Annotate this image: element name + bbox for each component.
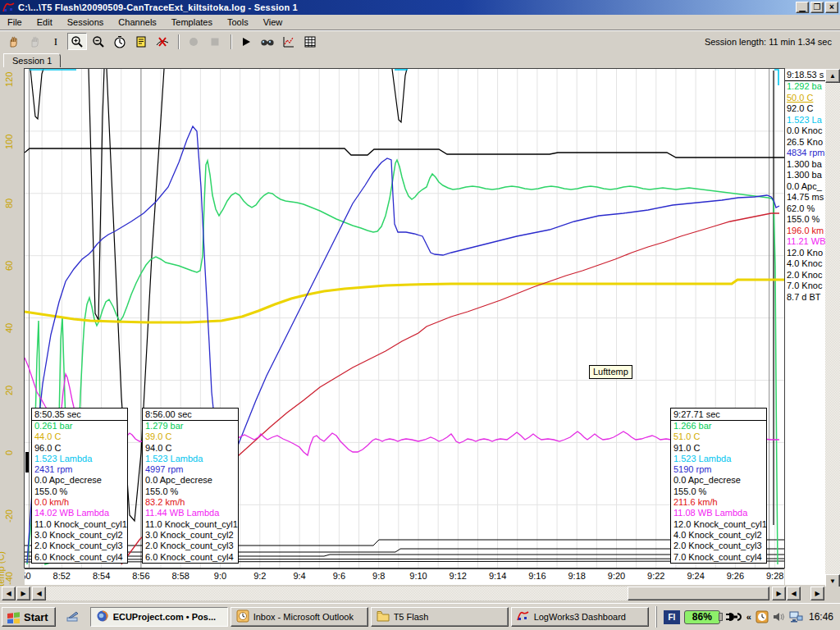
callout-row: 12.0 Knock_count_cyl1: [671, 519, 766, 530]
callout-row: 0.0 Apc_decrese: [143, 475, 238, 486]
start-button[interactable]: Start: [2, 607, 56, 627]
x-tick-8:58: 8:58: [167, 571, 194, 581]
taskbar-button-folder[interactable]: T5 Flash: [371, 607, 509, 627]
pan-left-button[interactable]: ◀: [2, 587, 16, 600]
callout-row: 1.523 Lambda: [671, 454, 766, 464]
horizontal-scrollbar[interactable]: ◀ ▶ ◀ ▶ ◀ ▶: [0, 587, 825, 601]
hscroll-thumb[interactable]: [628, 587, 769, 600]
zoom-in-icon[interactable]: [67, 33, 87, 50]
trace-wb-lambda: [25, 358, 779, 455]
value-row: 155.0 %: [785, 214, 825, 226]
app-icon: [2, 2, 16, 13]
taskbar-button-label: ECUProject.com • Pos...: [113, 612, 217, 622]
value-row: 12.0 Kno: [785, 248, 825, 259]
channel-tooltip: Lufttemp: [589, 365, 632, 379]
pan-hand-icon[interactable]: [3, 33, 23, 50]
taskbar-button-outlook[interactable]: Inbox - Microsoft Outlook: [231, 607, 368, 627]
y-tick-80: 80: [4, 199, 14, 208]
zoom-left-button[interactable]: ◀: [787, 587, 801, 600]
callout-row: 0.0 Apc_decrese: [671, 475, 766, 486]
toolbar-separator: [178, 34, 180, 49]
restore-button[interactable]: ❐: [810, 2, 824, 13]
callout-row: 4997 rpm: [143, 464, 238, 475]
x-tick-9:8: 9:8: [365, 571, 393, 581]
callout-row: 0.0 km/h: [32, 497, 127, 508]
menu-tools[interactable]: Tools: [220, 16, 256, 30]
minimize-button[interactable]: ▁: [796, 2, 809, 13]
taskbar-button-firefox[interactable]: ECUProject.com • Pos...: [90, 607, 228, 627]
menu-view[interactable]: View: [256, 16, 290, 30]
title-bar[interactable]: C:\...\T5 Flash\20090509-CanTraceExt_kil…: [0, 0, 840, 15]
menu-templates[interactable]: Templates: [164, 16, 220, 30]
outlook-icon: [236, 609, 249, 624]
value-row: 4.0 Knoc: [785, 258, 825, 270]
callout-row: 2431 rpm: [32, 464, 127, 475]
value-row: 26.5 Kno: [785, 137, 825, 148]
volume-tray-icon[interactable]: [773, 611, 784, 623]
callout-row: 39.0 C: [143, 431, 238, 442]
quick-launch-icon[interactable]: [62, 607, 84, 627]
keyboard-layout-indicator[interactable]: FI: [664, 610, 680, 624]
callout-row: 11.08 WB Lambda: [671, 508, 766, 518]
menu-channels[interactable]: Channels: [111, 16, 163, 30]
callout-row: 96.0 C: [32, 443, 127, 454]
stop-icon: [205, 33, 225, 50]
cursor-callout-2[interactable]: 8:56.00 sec1.279 bar39.0 C94.0 C1.523 La…: [142, 408, 239, 564]
taskbar-button-logworks[interactable]: LogWorks3 Dashboard: [511, 607, 649, 627]
callout-row: 14.02 WB Lambda: [32, 508, 127, 518]
window-title: C:\...\T5 Flash\20090509-CanTraceExt_kil…: [18, 2, 298, 12]
clock-tray-icon[interactable]: [756, 610, 769, 623]
remove-trace-icon[interactable]: [153, 33, 172, 50]
collapse-tray-icon[interactable]: «: [746, 612, 751, 622]
hscroll-track[interactable]: [46, 587, 769, 600]
notes-icon[interactable]: [131, 33, 151, 50]
main-area: Kyl_temp,Lufttemp (C) 120100806040200-20…: [0, 67, 840, 603]
ibeam-icon[interactable]: I: [46, 33, 66, 50]
find-icon[interactable]: [258, 33, 277, 50]
callout-row: 1.523 Lambda: [143, 454, 238, 464]
pan-right-button[interactable]: ▶: [16, 587, 30, 600]
value-row: 50.0 C: [785, 93, 825, 104]
scroll-up-button[interactable]: ▲: [825, 69, 840, 83]
menu-sessions[interactable]: Sessions: [60, 16, 112, 30]
callout-time: 9:27.71 sec: [671, 409, 766, 421]
play-icon[interactable]: [236, 33, 256, 50]
menu-edit[interactable]: Edit: [30, 16, 60, 30]
power-plug-icon[interactable]: [724, 610, 742, 623]
battery-indicator[interactable]: 86%: [684, 610, 720, 624]
step-right-button[interactable]: ▶: [772, 587, 786, 600]
callout-row: 6.0 Knock_count_cyl4: [32, 552, 127, 563]
y-tick-120: 120: [4, 72, 14, 87]
close-button[interactable]: ×: [825, 2, 838, 13]
cursor-callout-1[interactable]: 8:50.35 sec0.261 bar44.0 C96.0 C1.523 La…: [31, 408, 128, 564]
zoom-right-button[interactable]: ▶: [810, 587, 824, 600]
cursor-callout-3[interactable]: 9:27.71 sec1.266 bar51.0 C91.0 C1.523 La…: [670, 408, 767, 564]
x-tick-8:52: 8:52: [48, 571, 75, 581]
values-panel-scrollbar[interactable]: ▲ ▼: [825, 69, 840, 588]
callout-time: 8:56.00 sec: [143, 409, 238, 421]
y-tick-0: 0: [4, 450, 14, 455]
callout-row: 5190 rpm: [671, 464, 766, 475]
x-tick-9:26: 9:26: [721, 571, 749, 581]
stopwatch-icon[interactable]: [110, 33, 130, 50]
step-left-button[interactable]: ◀: [32, 587, 46, 600]
scatter-icon[interactable]: [279, 33, 299, 50]
scrollbar-track[interactable]: [825, 83, 840, 574]
trace-knock-signal-b: [89, 69, 104, 320]
table-icon[interactable]: [300, 33, 320, 50]
callout-row: 6.0 Knock_count_cyl4: [143, 552, 238, 563]
taskbar-button-label: LogWorks3 Dashboard: [534, 612, 626, 622]
channel-values-panel[interactable]: 9:18.53 s 1.292 ba50.0 C92.0 C1.523 La0.…: [785, 69, 825, 585]
zoom-out-icon[interactable]: [89, 33, 108, 50]
x-tick-9:16: 9:16: [523, 571, 551, 581]
callout-time: 8:50.35 sec: [32, 409, 127, 421]
screen: { "window": { "title": "C:\\...\\T5 Flas…: [0, 0, 840, 630]
menu-file[interactable]: File: [0, 16, 30, 30]
network-tray-icon[interactable]: [788, 611, 803, 623]
value-row: 92.0 C: [785, 103, 825, 115]
callout-row: 91.0 C: [671, 443, 766, 454]
tab-session-1[interactable]: Session 1: [3, 53, 61, 67]
y-tick-60: 60: [4, 261, 14, 271]
y-axis-strip: Kyl_temp,Lufttemp (C) 120100806040200-20…: [0, 67, 25, 586]
y-tick-40: 40: [4, 323, 14, 333]
